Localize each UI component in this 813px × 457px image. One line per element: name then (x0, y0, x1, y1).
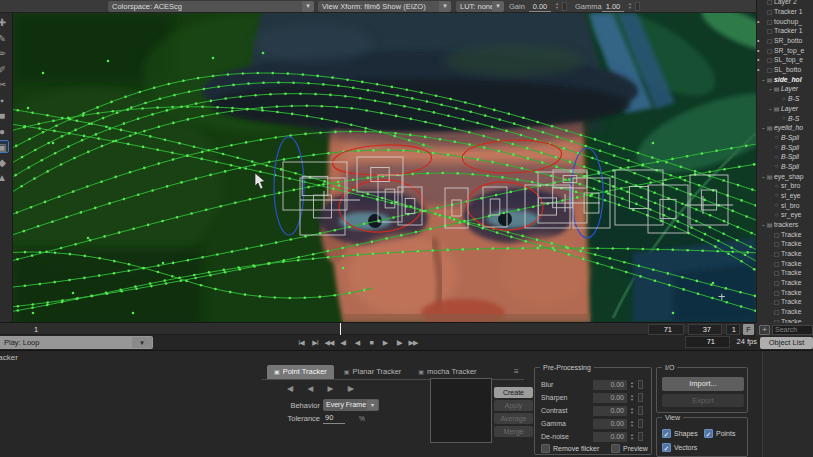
stop-button[interactable]: ■ (364, 336, 378, 349)
tree-item-sl-botto[interactable]: •▢SL_botto (757, 65, 813, 75)
param-spinner[interactable]: ▲▼ (629, 381, 635, 389)
shapes-checkbox[interactable]: ✓ (662, 429, 671, 438)
play-button[interactable]: ▶ (378, 336, 392, 349)
param-anim-button[interactable] (638, 419, 643, 428)
tree-item-tracke[interactable]: ▢Tracke (757, 297, 813, 307)
colorspace-dropdown[interactable]: Colorspace: ACEScg ▾ (108, 1, 314, 12)
cut-tool-icon[interactable]: ✂ (0, 78, 9, 91)
apply-button[interactable]: Apply (494, 400, 533, 411)
tree-item-b-s[interactable]: ○B-S (757, 94, 813, 104)
search-input[interactable]: Search (772, 325, 813, 335)
tree-item-sl-eye[interactable]: ○sl_eye (757, 191, 813, 201)
add-object-button[interactable]: + (759, 325, 770, 335)
tree-item-b-s[interactable]: ○B-S (757, 113, 813, 123)
step-back-button[interactable]: ◀I (336, 336, 350, 349)
tab-planar-tracker[interactable]: ▣Planar Tracker (337, 365, 408, 379)
go-in-button[interactable]: I◀ (294, 336, 308, 349)
tree-item-b-spli[interactable]: ○B-Spli (757, 162, 813, 172)
object-list-button[interactable]: Object List (760, 337, 813, 349)
current-frame-field[interactable]: 37 (688, 324, 722, 335)
param-spinner[interactable]: ▲▼ (629, 394, 635, 402)
tree-item-sr-eye[interactable]: ○sr_eye (757, 210, 813, 220)
param-anim-button[interactable] (638, 393, 643, 402)
pencil-tool-icon[interactable]: ✏ (0, 47, 9, 60)
tree-item-tracke[interactable]: ▢Tracke (757, 278, 813, 288)
tracker-tool-icon[interactable]: ▣ (0, 140, 9, 153)
gain-field[interactable]: 0.00 (529, 2, 551, 12)
import-button[interactable]: Import... (662, 377, 744, 391)
param-anim-button[interactable] (638, 406, 643, 415)
vectors-checkbox[interactable]: ✓ (662, 443, 671, 452)
viewer-canvas[interactable]: + (13, 13, 756, 322)
tree-item-b-spli[interactable]: ○B-Spli (757, 133, 813, 143)
panel-menu-icon[interactable]: ≡ (514, 367, 519, 376)
blur-field[interactable]: 0.00 (593, 380, 627, 390)
tree-item-trackers[interactable]: -▤trackers (757, 220, 813, 230)
step-field[interactable]: 1 (726, 324, 740, 335)
point-tool-icon[interactable]: ▪ (0, 94, 9, 107)
play-reverse-button[interactable]: ◀ (350, 336, 364, 349)
tree-item-tracke[interactable]: ▢Tracke (757, 307, 813, 317)
tolerance-field[interactable]: 90 (323, 413, 345, 424)
timeline-ruler[interactable]: 1 71 37 1 F (0, 322, 756, 335)
step-forward-button[interactable]: I▶ (392, 336, 406, 349)
behavior-dropdown[interactable]: Every Frame ▾ (323, 399, 379, 411)
go-out-button[interactable]: ▶I (308, 336, 322, 349)
tree-item-tracke[interactable]: ▢Tracke (757, 229, 813, 239)
rect-tool-icon[interactable]: ■ (0, 109, 9, 122)
tree-item-layer[interactable]: -▤Layer (757, 84, 813, 94)
draw-tool-icon[interactable]: ✐ (0, 63, 9, 76)
tree-item-eye-shap[interactable]: -▤eye_shap (757, 171, 813, 181)
tree-item-sl-top-e[interactable]: •▢SL_top_e (757, 55, 813, 65)
tree-item-touchup-[interactable]: •▢touchup_ (757, 16, 813, 26)
tree-item-b-spli[interactable]: ○B-Spli (757, 152, 813, 162)
track-back-frame-button[interactable]: ◀I (280, 384, 300, 393)
param-spinner[interactable]: ▲▼ (629, 433, 635, 441)
tab-point-tracker[interactable]: ▣Point Tracker (267, 365, 334, 379)
gamma-field[interactable]: 1.00 (602, 2, 624, 12)
tree-item-layer[interactable]: -▤Layer (757, 103, 813, 113)
track-back-button[interactable]: ◀ (300, 384, 320, 393)
rewind-button[interactable]: ◀◀ (322, 336, 336, 349)
tree-item-tracke[interactable]: ▢Tracke (757, 287, 813, 297)
gamma-anim-button[interactable] (635, 2, 640, 11)
remove-flicker-checkbox[interactable] (541, 444, 550, 453)
merge-button[interactable]: Merge (494, 426, 533, 437)
tree-item-sr-botto[interactable]: •▢SR_botto (757, 36, 813, 46)
points-checkbox[interactable]: ✓ (704, 429, 713, 438)
export-button[interactable]: Export (662, 394, 744, 407)
tree-item-eyelid-ho[interactable]: -▤eyelid_ho (757, 123, 813, 133)
create-button[interactable]: Create (494, 387, 533, 398)
average-button[interactable]: Average (494, 413, 533, 424)
gamma-field[interactable]: 0.00 (593, 419, 627, 429)
param-spinner[interactable]: ▲▼ (629, 407, 635, 415)
de-noise-field[interactable]: 0.00 (593, 432, 627, 442)
tree-item-b-spli[interactable]: ○B-Spli (757, 142, 813, 152)
param-anim-button[interactable] (638, 432, 643, 441)
out-frame-field[interactable]: 71 (648, 324, 684, 335)
move-tool-icon[interactable]: ✚ (0, 16, 9, 29)
tree-item-sr-top-e[interactable]: •▢SR_top_e (757, 45, 813, 55)
ellipse-tool-icon[interactable]: ● (0, 125, 9, 138)
tree-item-tracke[interactable]: ▢Tracke (757, 268, 813, 278)
param-spinner[interactable]: ▲▼ (629, 420, 635, 428)
tree-item-layer-2[interactable]: ▢Layer 2 (757, 0, 813, 7)
pen-tool-icon[interactable]: ✎ (0, 32, 9, 45)
fast-forward-button[interactable]: ▶▶ (406, 336, 420, 349)
tab-mocha-tracker[interactable]: ▣mocha Tracker (411, 365, 483, 379)
gamma-spinner[interactable]: ▲▼ (627, 2, 633, 10)
preview-checkbox[interactable] (611, 444, 620, 453)
play-mode-dropdown[interactable]: Play: Loop ▾ (0, 336, 153, 349)
contrast-field[interactable]: 0.00 (593, 406, 627, 416)
tree-item-tracke[interactable]: ▢Tracke (757, 239, 813, 249)
track-forward-frame-button[interactable]: I▶ (340, 384, 360, 393)
gain-spinner[interactable]: ▲▼ (554, 2, 560, 10)
tree-item-tracker-1[interactable]: ▢Tracker 1 (757, 7, 813, 17)
gain-anim-button[interactable] (562, 2, 567, 11)
fit-timeline-button[interactable]: F (743, 324, 754, 335)
tree-item-tracker-1[interactable]: ▢Tracker 1 (757, 26, 813, 36)
tree-item-side-hol[interactable]: -▤side_hol (757, 74, 813, 84)
transform-tool-icon[interactable]: ◆ (0, 156, 9, 169)
zoom-tool-icon[interactable]: ▲ (0, 171, 9, 184)
tree-item-sr-bro[interactable]: ○sr_bro (757, 181, 813, 191)
